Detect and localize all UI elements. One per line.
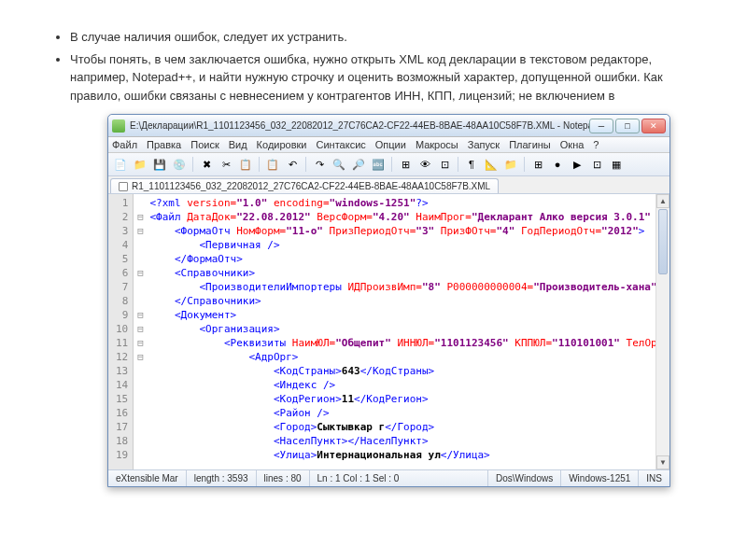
toolbar-button-20[interactable]: ●	[549, 156, 566, 173]
toolbar-button-7[interactable]: 📋	[264, 156, 281, 173]
menu-window[interactable]: Окна	[560, 139, 585, 150]
menu-plugins[interactable]: Плагины	[509, 139, 551, 150]
vertical-scrollbar[interactable]: ▲ ▼	[655, 194, 669, 469]
toolbar-button-15[interactable]: ⊡	[436, 156, 453, 173]
status-encoding: Windows-1251	[561, 470, 639, 486]
menu-options[interactable]: Опции	[375, 139, 406, 150]
toolbar-button-9[interactable]: ↷	[311, 156, 328, 173]
close-button[interactable]: ✕	[641, 119, 666, 133]
toolbar-button-4[interactable]: ✖	[198, 156, 215, 173]
slide-bullets: В случае наличия ошибок, следует их устр…	[47, 28, 700, 105]
scroll-thumb[interactable]	[658, 209, 668, 274]
toolbar-button-3[interactable]: 💿	[171, 156, 188, 173]
toolbar-button-19[interactable]: ⊞	[529, 156, 546, 173]
status-eol: Dos\Windows	[488, 470, 561, 486]
toolbar-button-13[interactable]: ⊞	[397, 156, 414, 173]
tab-label: R1_1101123456_032_22082012_27C76CA2-CF22…	[132, 181, 490, 191]
toolbar-button-14[interactable]: 👁	[416, 156, 433, 173]
menu-run[interactable]: Запуск	[468, 139, 500, 150]
maximize-button[interactable]: □	[615, 119, 640, 133]
menu-encoding[interactable]: Кодировки	[257, 139, 307, 150]
status-language: eXtensible Mar	[108, 470, 187, 486]
toolbar-button-16[interactable]: ¶	[463, 156, 480, 173]
menu-macros[interactable]: Макросы	[416, 139, 458, 150]
menu-view[interactable]: Вид	[229, 139, 247, 150]
menu-help[interactable]: ?	[593, 139, 599, 150]
editor[interactable]: 12345678910111213141516171819 <?xml vers…	[108, 194, 669, 469]
app-icon	[112, 119, 125, 133]
toolbar-button-10[interactable]: 🔍	[331, 156, 347, 173]
menu-search[interactable]: Поиск	[190, 139, 218, 150]
toolbar-button-22[interactable]: ⊡	[588, 156, 605, 173]
line-gutter: 12345678910111213141516171819	[108, 194, 134, 469]
toolbar-button-0[interactable]: 📄	[112, 156, 129, 173]
window-title: E:\Декларации\R1_1101123456_032_22082012…	[130, 120, 589, 131]
file-icon	[119, 182, 128, 191]
statusbar: eXtensible Mar length : 3593 lines : 80 …	[108, 469, 669, 486]
toolbar-button-23[interactable]: ▦	[608, 156, 625, 173]
toolbar-button-21[interactable]: ▶	[569, 156, 585, 173]
toolbar-button-6[interactable]: 📋	[237, 156, 254, 173]
bullet-2: Чтобы понять, в чем заключается ошибка, …	[70, 50, 700, 105]
status-position: Ln : 1 Col : 1 Sel : 0	[310, 470, 488, 486]
toolbar-button-17[interactable]: 📐	[483, 156, 500, 173]
status-insert: INS	[639, 470, 669, 486]
tabbar: R1_1101123456_032_22082012_27C76CA2-CF22…	[108, 176, 669, 194]
bullet-1: В случае наличия ошибок, следует их устр…	[70, 28, 700, 47]
menu-syntax[interactable]: Синтаксис	[317, 139, 366, 150]
scroll-down-icon[interactable]: ▼	[656, 455, 669, 469]
notepadpp-window: E:\Декларации\R1_1101123456_032_22082012…	[107, 114, 670, 487]
toolbar-button-12[interactable]: 🔤	[370, 156, 387, 173]
minimize-button[interactable]: ─	[589, 119, 613, 133]
scroll-up-icon[interactable]: ▲	[656, 194, 669, 208]
code-area[interactable]: <?xml version="1.0" encoding="windows-12…	[134, 194, 655, 469]
status-length: length : 3593	[187, 470, 257, 486]
status-lines: lines : 80	[257, 470, 310, 486]
toolbar-button-5[interactable]: ✂	[218, 156, 234, 173]
menubar: Файл Правка Поиск Вид Кодировки Синтакси…	[108, 137, 669, 153]
toolbar-button-11[interactable]: 🔎	[350, 156, 367, 173]
menu-file[interactable]: Файл	[112, 139, 137, 150]
toolbar-button-2[interactable]: 💾	[151, 156, 168, 173]
toolbar-button-8[interactable]: ↶	[284, 156, 301, 173]
toolbar-button-18[interactable]: 📁	[502, 156, 519, 173]
toolbar-button-1[interactable]: 📁	[132, 156, 148, 173]
toolbar: 📄📁💾💿✖✂📋📋↶↷🔍🔎🔤⊞👁⊡¶📐📁⊞●▶⊡▦	[108, 153, 669, 176]
tab-file[interactable]: R1_1101123456_032_22082012_27C76CA2-CF22…	[110, 178, 499, 193]
menu-edit[interactable]: Правка	[147, 139, 181, 150]
titlebar[interactable]: E:\Декларации\R1_1101123456_032_22082012…	[108, 115, 669, 137]
